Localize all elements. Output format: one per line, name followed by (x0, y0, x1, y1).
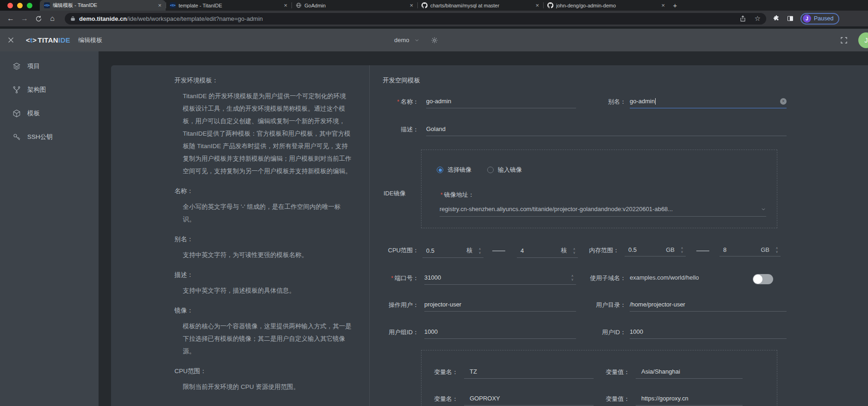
titanide-favicon: <t> (170, 2, 176, 8)
extensions-puzzle-icon[interactable] (773, 15, 780, 22)
browser-toolbar: ← → ⌂ demo.titanide.cn/ide/web/workspace… (0, 11, 868, 26)
titanide-logo: <t>TITANIDE (26, 36, 70, 44)
sidebar-item-templates[interactable]: 模板 (0, 101, 99, 125)
port-input[interactable]: 31000∧∨ (424, 274, 576, 285)
memory-max-value: 8 (719, 246, 761, 253)
radio-on-icon[interactable] (437, 167, 443, 173)
env-vars-section: 变量名： TZ 变量值： Asia/Shanghai 变量名： GOPROXY … (421, 350, 777, 406)
var-name-label: 变量名： (434, 368, 458, 376)
ide-image-section: 选择镜像 输入镜像 镜像地址： registry.cn-shenzhen.ali… (421, 150, 777, 228)
range-dash (492, 250, 505, 251)
description-value: Goland (426, 125, 446, 132)
tab-close-icon[interactable]: × (158, 2, 161, 8)
var-name-input[interactable]: TZ (464, 368, 594, 379)
browser-tab-edit-template[interactable]: <t> 编辑模板 - TitanIDE × (40, 0, 166, 11)
port-value: 31000 (424, 274, 569, 281)
browser-profile-chip[interactable]: J Paused (800, 13, 839, 25)
forward-icon[interactable]: → (18, 15, 31, 22)
layers-icon (12, 62, 21, 70)
tab-close-icon[interactable]: × (409, 2, 413, 8)
sidebar-item-projects[interactable]: 项目 (0, 54, 99, 78)
user-avatar[interactable]: J (858, 32, 868, 48)
sidebar-item-architecture[interactable]: 架构图 (0, 78, 99, 101)
tab-close-icon[interactable]: × (284, 2, 287, 8)
user-id-input[interactable]: 1000 (630, 328, 787, 339)
group-id-label: 用户组ID： (383, 328, 419, 337)
share-icon[interactable] (739, 15, 746, 22)
logo-titan: TITAN (37, 36, 58, 44)
stepper-icon[interactable]: ∧∨ (773, 247, 781, 253)
cpu-range-label: CPU范围： (383, 246, 419, 255)
help-body: 全小写的英文字母与 '-' 组成的，是在工作空间内的唯一标识。 (183, 200, 352, 225)
var-value-input[interactable]: Asia/Shanghai (636, 368, 743, 379)
chevron-down-icon[interactable] (414, 37, 420, 43)
side-panel-icon[interactable] (787, 15, 794, 22)
new-tab-button[interactable]: + (669, 0, 681, 11)
clear-circle-icon[interactable]: × (780, 98, 787, 105)
tab-title: template - TitanIDE (179, 3, 281, 8)
memory-max-input[interactable]: 8GB∧∨ (719, 246, 781, 256)
help-title: 描述： (174, 271, 352, 279)
browser-tab-template[interactable]: <t> template - TitanIDE × (166, 0, 291, 11)
port-label: 端口号： (383, 274, 419, 282)
subdomain-toggle[interactable] (753, 274, 773, 284)
app-header: <t>TITANIDE 编辑模板 demo J (0, 29, 868, 51)
reload-icon[interactable] (31, 15, 45, 22)
browser-tab-goadmin[interactable]: GoAdmin × (291, 0, 417, 11)
browser-tab-charts-bitnami-mysql[interactable]: charts/bitnami/mysql at master × (417, 0, 543, 11)
operator-user-label: 操作用户： (383, 301, 419, 309)
home-icon[interactable]: ⌂ (45, 15, 59, 22)
template-edit-panel: 开发环境模板： TitanIDE 的开发环境模板是为用户提供一个可定制化的环境模… (111, 65, 868, 406)
fullscreen-icon[interactable] (840, 37, 848, 44)
description-label: 描述： (383, 125, 419, 134)
radio-off-icon[interactable] (487, 167, 494, 173)
url-path: /ide/web/workspace/template/edit?name=go… (127, 15, 263, 22)
user-dir-label: 用户目录： (580, 301, 626, 309)
sidebar-item-ssh-keys[interactable]: SSH公钥 (0, 125, 99, 149)
stepper-icon[interactable]: ∧∨ (476, 248, 484, 254)
tab-close-icon[interactable]: × (535, 2, 539, 8)
name-input[interactable]: go-admin (426, 98, 576, 108)
key-icon (12, 133, 21, 141)
user-dir-value: /home/projector-user (630, 301, 685, 308)
cpu-min-value: 0.5 (422, 247, 466, 254)
tab-close-icon[interactable]: × (661, 2, 665, 8)
help-title: 开发环境模板： (174, 76, 352, 85)
cpu-max-input[interactable]: 4核∧∨ (517, 246, 578, 258)
tab-title: 编辑模板 - TitanIDE (53, 2, 155, 9)
help-body: 模板的核心为一个容器镜像，这里提供两种输入方式，其一是下拉选择已有模板的镜像；其… (183, 320, 352, 357)
user-dir-input[interactable]: /home/projector-user (630, 301, 787, 312)
bookmark-star-icon[interactable]: ☆ (755, 14, 761, 23)
gear-icon[interactable] (431, 37, 438, 44)
browser-tab-go-admin-demo[interactable]: john-deng/go-admin-demo × (543, 0, 669, 11)
alias-input[interactable]: go-admin× (630, 98, 787, 108)
radio-input-image[interactable]: 输入镜像 (487, 166, 522, 174)
tab-title: GoAdmin (304, 3, 407, 8)
stepper-icon[interactable]: ∧∨ (678, 247, 686, 253)
chevron-down-icon[interactable] (761, 206, 766, 212)
sidebar-item-label: 项目 (27, 62, 40, 70)
titanide-favicon: <t> (44, 2, 50, 8)
stepper-icon[interactable]: ∧∨ (569, 275, 576, 281)
window-zoom-button[interactable] (27, 3, 32, 8)
image-address-select[interactable]: registry.cn-shenzhen.aliyuncs.com/titani… (440, 206, 766, 217)
group-id-input[interactable]: 1000 (424, 328, 576, 339)
var-value-label: 变量值： (606, 368, 630, 376)
form-heading: 开发空间模板 (383, 76, 420, 85)
close-icon[interactable] (7, 36, 15, 44)
window-close-button[interactable] (7, 3, 13, 8)
stepper-icon[interactable]: ∧∨ (570, 248, 578, 254)
help-title: 镜像： (174, 306, 352, 315)
var-value-input[interactable]: https://goproxy.cn (636, 395, 743, 406)
operator-user-input[interactable]: projector-user (424, 301, 576, 312)
description-input[interactable]: Goland (426, 125, 787, 136)
help-title: 名称： (174, 187, 352, 195)
window-minimize-button[interactable] (17, 3, 23, 8)
cpu-min-input[interactable]: 0.5核∧∨ (422, 246, 484, 258)
address-bar[interactable]: demo.titanide.cn/ide/web/workspace/templ… (65, 13, 766, 25)
back-icon[interactable]: ← (4, 15, 18, 22)
radio-select-image[interactable]: 选择镜像 (437, 166, 471, 174)
memory-min-input[interactable]: 0.5GB∧∨ (625, 246, 686, 256)
var-name-input[interactable]: GOPROXY (464, 395, 594, 406)
workspace-select[interactable]: demo (394, 37, 409, 44)
